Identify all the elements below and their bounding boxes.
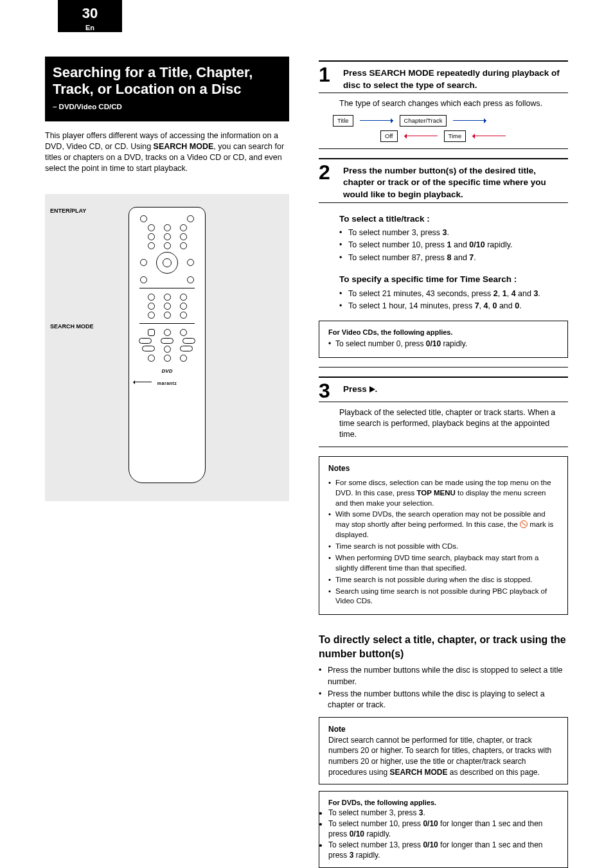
remote-btn [164,303,171,310]
step-number: 3 [319,382,338,400]
t: rapidly. [441,339,467,348]
remote-btn [148,312,155,319]
key: 1 [447,240,452,249]
rule [319,148,568,149]
direct-search-heading: To directly select a title, chapter, or … [319,633,568,661]
section-title: Searching for a Title, Chapter, Track, o… [53,64,281,98]
remote-btn [148,233,155,240]
remote-btn [148,329,155,336]
rule [319,202,568,203]
vcd-zero-note: For Video CDs, the following applies. To… [319,321,568,358]
diagram-box-chapter: Chapter/Track [400,115,447,127]
key: 4 [484,301,488,310]
intro-paragraph: This player offers different ways of acc… [45,130,289,175]
t: To select number 10, press [348,240,447,249]
remote-btn [180,303,187,310]
remote-dvd-logo: DVD [162,368,173,375]
list-item: With some DVDs, the search operation may… [328,509,558,540]
t: and [452,240,470,249]
list-item: Time search is not possible with CDs. [328,542,558,552]
t: To select number 13, press [328,840,423,849]
remote-btn [164,242,171,249]
t: and [497,301,515,310]
t: To select number 3, press [348,228,443,237]
t: To select number 87, press [348,253,447,262]
list-item: To select number 3, press 3. [328,808,558,819]
remote-dpad [156,252,178,274]
t: . [474,253,475,262]
list-item: To select number 0, press 0/10 rapidly. [328,339,558,350]
remote-btn [180,294,187,301]
play-icon [369,386,375,393]
direct-dvd-box: For DVDs, the following applies. To sele… [319,791,568,868]
remote-btn [164,224,171,231]
list-item: To select 21 minutes, 43 seconds, press … [339,288,568,299]
t: . [375,384,378,394]
remote-btn [148,303,155,310]
step-2-head: 2 Press the number button(s) of the desi… [319,163,568,201]
arrow-left-icon [472,136,506,136]
t: . [519,301,521,310]
arrow-right-icon [360,120,393,121]
t: To select number 10, press [328,819,423,828]
remote-btn [140,259,147,266]
key: 1 [502,289,507,298]
arrow-left-icon [404,136,438,136]
rule [319,376,568,378]
remote-btn [164,233,171,240]
remote-btn [180,242,187,249]
remote-btn [187,259,194,266]
remote-btn [164,346,171,353]
remote-btn [148,355,155,362]
list-item: For some discs, selection can be made us… [328,478,558,509]
remote-body: DVD marantz [129,207,206,483]
t: Press [343,384,369,394]
key: 0/10 [423,819,438,828]
step-1-desc: The type of search changes which each pr… [339,98,568,109]
time-search-list: To select 21 minutes, 43 seconds, press … [339,288,568,312]
step-1-title: Press SEARCH MODE repeatedly during play… [343,66,568,91]
subhead-time-search: To specify a specific time for Time Sear… [339,274,568,286]
remote-btn [140,215,147,222]
diagram-box-off: Off [380,130,398,142]
remote-btn [187,215,194,222]
remote-btn [139,338,152,344]
left-column: Searching for a Title, Chapter, Track, o… [45,57,289,868]
remote-btn [180,355,187,362]
diagram-box-time: Time [444,130,466,142]
page-lang: En [85,24,94,31]
step-1-head: 1 Press SEARCH MODE repeatedly during pl… [319,66,568,91]
arrow-right-icon [453,120,486,121]
key: 0/10 [426,339,441,348]
remote-btn [180,329,187,336]
diagram-box-title: Title [333,115,353,127]
list-item: To select number 87, press 8 and 7. [339,252,568,263]
subhead-title-track: To select a title/track : [339,213,568,226]
t: and [452,253,470,262]
remote-btn [164,355,171,362]
direct-search-list: Press the number buttons while the disc … [319,665,568,711]
vcd-note-head: For Video CDs, the following applies. [328,328,558,337]
t: and [516,289,534,298]
key: 4 [511,289,516,298]
remote-btn [180,233,187,240]
t: . [423,808,425,817]
page-number: 30 [63,4,117,23]
remote-btn [180,346,193,351]
list-item: To select number 3, press 3. [339,227,568,238]
t: , [479,301,484,310]
page-tab: 30 En [58,0,122,32]
right-column: 1 Press SEARCH MODE repeatedly during pl… [319,57,568,868]
direct-dvd-head: For DVDs, the following applies. [328,798,558,808]
t: rapidly. [353,851,380,860]
t: To select number 3, press [328,808,419,817]
t: as described on this page. [447,768,539,777]
key: 0/10 [469,240,484,249]
key: 3 [443,228,447,237]
step-number: 1 [319,66,338,84]
rule [319,93,568,93]
intro-highlight: SEARCH MODE [154,142,214,151]
step-3-body: Playback of the selected title, chapter … [339,407,568,441]
list-item: When performing DVD time search, playbac… [328,553,558,574]
section-title-box: Searching for a Title, Chapter, Track, o… [45,57,289,121]
